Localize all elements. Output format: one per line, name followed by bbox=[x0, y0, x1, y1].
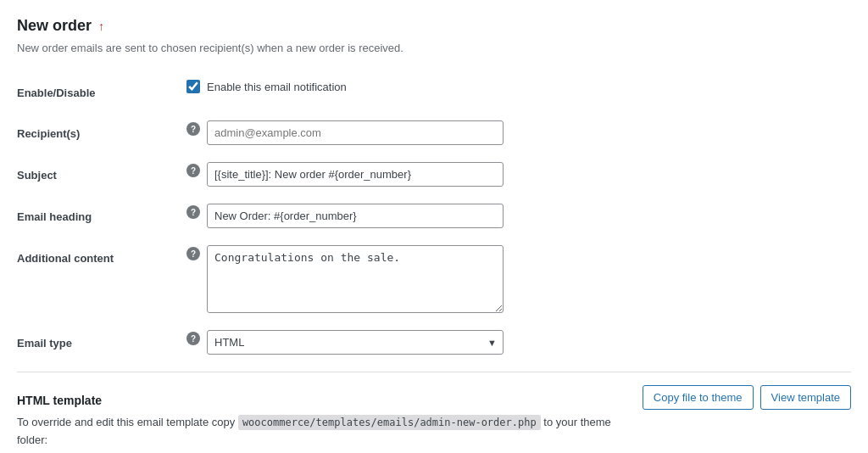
subject-row: Subject ? bbox=[17, 154, 851, 195]
additional-content-help-icon[interactable]: ? bbox=[186, 247, 200, 260]
page-title-row: New order ↑ bbox=[17, 17, 851, 35]
copy-file-to-theme-button[interactable]: Copy file to theme bbox=[643, 385, 754, 410]
email-heading-row: Email heading ? bbox=[17, 195, 851, 237]
subject-help-icon[interactable]: ? bbox=[186, 164, 200, 177]
view-template-button[interactable]: View template bbox=[760, 385, 851, 410]
email-type-select[interactable]: HTML Plain text Multipart bbox=[207, 330, 504, 355]
email-type-label: Email type bbox=[17, 322, 186, 363]
page-wrapper: New order ↑ New order emails are sent to… bbox=[0, 0, 868, 453]
page-title: New order bbox=[17, 17, 92, 35]
checkbox-row: Enable this email notification bbox=[186, 80, 851, 93]
template-buttons: Copy file to theme View template bbox=[643, 385, 851, 410]
page-description: New order emails are sent to chosen reci… bbox=[17, 42, 851, 54]
email-heading-field: ? bbox=[186, 195, 851, 237]
additional-content-textarea[interactable] bbox=[207, 245, 504, 313]
enable-checkbox-label: Enable this email notification bbox=[207, 81, 347, 93]
email-type-row: Email type ? HTML Plain text Multipart ▼ bbox=[17, 322, 851, 363]
email-type-field: ? HTML Plain text Multipart ▼ bbox=[186, 322, 851, 363]
email-heading-input[interactable] bbox=[207, 204, 504, 228]
additional-content-field: ? bbox=[186, 237, 851, 322]
email-heading-label: Email heading bbox=[17, 195, 186, 237]
email-type-help-icon[interactable]: ? bbox=[186, 332, 200, 345]
title-link-icon[interactable]: ↑ bbox=[98, 20, 104, 33]
subject-field-row: ? bbox=[186, 162, 851, 187]
recipients-help-icon[interactable]: ? bbox=[186, 122, 200, 136]
recipients-input[interactable] bbox=[207, 120, 504, 145]
additional-content-field-row: ? bbox=[186, 245, 851, 313]
enable-disable-label: Enable/Disable bbox=[17, 71, 186, 112]
html-template-title: HTML template bbox=[17, 394, 643, 407]
template-info: HTML template To override and edit this … bbox=[17, 385, 643, 453]
additional-content-label: Additional content bbox=[17, 237, 186, 322]
email-type-field-row: ? HTML Plain text Multipart ▼ bbox=[186, 330, 851, 355]
enable-checkbox[interactable] bbox=[186, 80, 200, 93]
email-heading-field-row: ? bbox=[186, 204, 851, 228]
recipients-field: ? bbox=[186, 112, 851, 154]
html-template-section: HTML template To override and edit this … bbox=[17, 372, 851, 453]
template-desc-before: To override and edit this email template… bbox=[17, 416, 235, 428]
form-table: Enable/Disable Enable this email notific… bbox=[17, 71, 851, 363]
template-description: To override and edit this email template… bbox=[17, 414, 643, 453]
content-area: New order ↑ New order emails are sent to… bbox=[0, 0, 868, 453]
email-heading-help-icon[interactable]: ? bbox=[186, 205, 200, 219]
subject-label: Subject bbox=[17, 154, 186, 195]
email-type-select-wrapper: HTML Plain text Multipart ▼ bbox=[207, 330, 504, 355]
template-code-path: woocommerce/templates/emails/admin-new-o… bbox=[238, 415, 541, 430]
subject-field: ? bbox=[186, 154, 851, 195]
subject-input[interactable] bbox=[207, 162, 504, 187]
recipients-row: Recipient(s) ? bbox=[17, 112, 851, 154]
enable-disable-field: Enable this email notification bbox=[186, 71, 851, 112]
additional-content-row: Additional content ? bbox=[17, 237, 851, 322]
recipients-field-row: ? bbox=[186, 120, 851, 145]
enable-disable-row: Enable/Disable Enable this email notific… bbox=[17, 71, 851, 112]
recipients-label: Recipient(s) bbox=[17, 112, 186, 154]
